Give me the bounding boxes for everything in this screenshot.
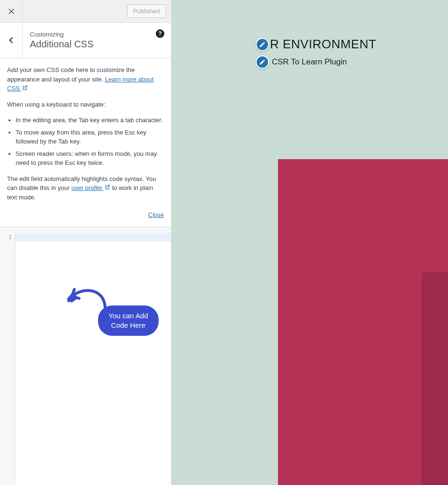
- back-button[interactable]: [0, 23, 23, 58]
- annotation-bubble: You can Add Code Here: [98, 305, 159, 336]
- css-editor-wrapper: 1 You can Add Code Here: [0, 227, 171, 485]
- external-link-icon: [105, 184, 110, 190]
- close-icon: [7, 7, 16, 16]
- content-block-overlay: [421, 272, 448, 485]
- publish-button[interactable]: Published: [127, 4, 166, 18]
- panel-titles: Customizing Additional CSS: [23, 25, 171, 55]
- list-item: To move away from this area, press the E…: [16, 128, 164, 146]
- code-body[interactable]: You can Add Code Here: [15, 233, 171, 485]
- panel-header: Customizing Additional CSS ?: [0, 23, 171, 58]
- site-tagline: CSR To Learn Plugin: [272, 57, 347, 67]
- list-item: Screen reader users: when in forms mode,…: [16, 149, 164, 168]
- keyboard-tips-list: In the editing area, the Tab key enters …: [16, 116, 164, 168]
- annotation-arrow-icon: [60, 283, 122, 316]
- site-preview: R ENVIRONMENT CSR To Learn Plugin: [171, 0, 448, 485]
- annotation-overlay: You can Add Code Here: [60, 283, 122, 317]
- edit-site-title-button[interactable]: [256, 38, 269, 51]
- site-header-preview: R ENVIRONMENT CSR To Learn Plugin: [256, 37, 376, 69]
- help-button[interactable]: ?: [156, 29, 164, 38]
- pencil-icon: [259, 41, 266, 48]
- edit-site-tagline-button[interactable]: [256, 55, 269, 69]
- panel-title: Additional CSS: [30, 39, 164, 50]
- keyboard-heading: When using a keyboard to navigate:: [7, 100, 164, 109]
- svg-marker-2: [67, 290, 77, 303]
- customizer-topbar: Published: [0, 0, 171, 23]
- panel-description: Add your own CSS code here to customize …: [0, 58, 171, 227]
- customizer-sidebar: Published Customizing Additional CSS ? A…: [0, 0, 171, 485]
- close-customizer-button[interactable]: [0, 0, 23, 23]
- line-gutter: 1: [0, 233, 15, 485]
- chevron-left-icon: [7, 36, 16, 45]
- close-description-link[interactable]: Close: [7, 208, 164, 220]
- publish-area: Published: [127, 4, 171, 18]
- list-item: In the editing area, the Tab key enters …: [16, 116, 164, 125]
- css-code-editor[interactable]: 1 You can Add Code Here: [0, 233, 171, 485]
- active-line: [15, 233, 171, 242]
- user-profile-link[interactable]: user profile: [72, 184, 110, 191]
- external-link-icon: [22, 85, 28, 90]
- site-title: R ENVIRONMENT: [270, 37, 376, 52]
- line-number: 1: [0, 234, 12, 241]
- pencil-icon: [259, 59, 266, 65]
- customizing-label: Customizing: [30, 31, 164, 38]
